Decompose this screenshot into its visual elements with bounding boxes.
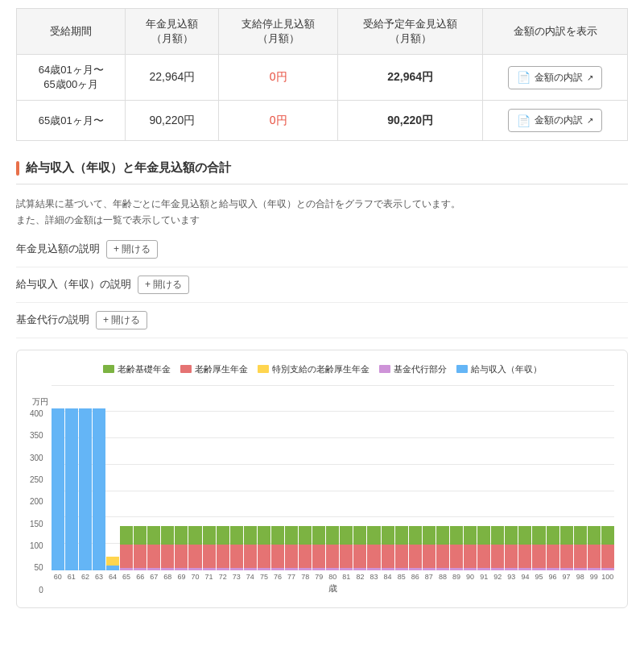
bar-segment-kiso: [134, 526, 147, 545]
bar-segment-kiso: [230, 526, 243, 545]
bar-segment-kikin: [395, 568, 408, 570]
bar-segment-kyuyo: [79, 408, 92, 570]
x-label: 90: [464, 573, 477, 581]
bar-segment-kiso: [588, 526, 601, 545]
chart-container: 老齢基礎年金 老齢厚生年金 特別支給の老齢厚生年金 基金代行部分 給与収入（年収…: [16, 350, 628, 608]
cell-period: 64歳01ヶ月〜65歳00ヶ月: [17, 55, 126, 101]
title-bar: [16, 161, 19, 176]
bar-segment-kosei: [217, 545, 229, 568]
stacked-bar-62: [79, 408, 92, 570]
legend-item-3: 基金代行部分: [379, 363, 447, 375]
doc-icon: 📄: [517, 71, 530, 84]
bar-group-92: [491, 385, 504, 570]
bar-segment-kosei: [505, 545, 518, 568]
bar-group-97: [560, 385, 573, 570]
bar-group-83: [367, 385, 380, 570]
y-label: 0: [39, 586, 43, 595]
bar-segment-kiso: [258, 526, 270, 545]
bar-segment-kosei: [188, 545, 201, 568]
x-label: 64: [106, 573, 119, 581]
bar-segment-kikin: [477, 568, 490, 570]
stacked-bar-83: [367, 526, 380, 570]
bar-group-81: [340, 385, 353, 570]
bar-segment-kosei: [560, 545, 573, 568]
bar-group-77: [285, 385, 298, 570]
x-label: 96: [547, 573, 559, 581]
x-label: 97: [560, 573, 573, 581]
stacked-bar-76: [271, 526, 284, 570]
bar-segment-kikin: [382, 568, 394, 570]
y-label: 250: [30, 475, 43, 484]
bar-segment-kiso: [367, 526, 380, 545]
expand-btn-0[interactable]: + 開ける: [106, 240, 158, 259]
x-label: 81: [340, 573, 353, 581]
bar-group-60: [52, 385, 64, 570]
legend-color-0: [103, 365, 114, 373]
bar-segment-kikin: [450, 568, 463, 570]
bar-segment-kosei: [367, 545, 380, 568]
legend-label-4: 給与収入（年収）: [471, 363, 542, 375]
bar-segment-kyuyo: [93, 408, 105, 570]
cell-total: 90,220円: [338, 101, 483, 141]
bar-segment-kiso: [299, 526, 312, 545]
bar-segment-kosei: [353, 545, 366, 568]
legend-item-4: 給与収入（年収）: [456, 363, 542, 375]
cell-total: 22,964円: [338, 55, 483, 101]
bar-segment-kikin: [258, 568, 270, 570]
x-label: 88: [436, 573, 449, 581]
bar-segment-kikin: [203, 568, 216, 570]
chart-area: 万円 400350300250200150100500 606162636465…: [30, 385, 614, 595]
table-row: 65歳01ヶ月〜 90,220円 0円 90,220円 📄 金額の内訳 ↗: [17, 101, 628, 141]
desc1: 試算結果に基づいて、年齢ごとに年金見込額と給与収入（年収）との合計をグラフで表示…: [16, 198, 460, 209]
bar-segment-kikin: [423, 568, 436, 570]
detail-button-1[interactable]: 📄 金額の内訳 ↗: [508, 109, 602, 132]
bar-group-99: [588, 385, 601, 570]
x-label: 63: [93, 573, 105, 581]
bar-group-100: [601, 385, 614, 570]
x-label: 99: [588, 573, 601, 581]
bar-segment-kikin: [175, 568, 188, 570]
stacked-bar-87: [423, 526, 436, 570]
bar-segment-kiso: [244, 526, 257, 545]
bar-segment-kikin: [505, 568, 518, 570]
expand-btn-2[interactable]: + 開ける: [96, 311, 147, 329]
bar-segment-kosei: [134, 545, 147, 568]
x-label: 83: [367, 573, 380, 581]
bar-segment-kiso: [120, 526, 133, 545]
bar-segment-kosei: [340, 545, 353, 568]
bar-group-82: [353, 385, 366, 570]
bar-segment-kikin: [547, 568, 559, 570]
detail-label: 金額の内訳: [535, 114, 583, 127]
bar-segment-kikin: [285, 568, 298, 570]
bar-segment-kikin: [560, 568, 573, 570]
cell-amount: 90,220円: [126, 101, 219, 141]
expand-label-0: 年金見込額の説明: [16, 242, 100, 256]
x-label: 78: [299, 573, 312, 581]
stacked-bar-66: [134, 526, 147, 570]
bar-segment-kosei: [147, 545, 160, 568]
bar-group-90: [464, 385, 477, 570]
legend-color-3: [379, 365, 390, 373]
section-title-text: 給与収入（年収）と年金見込額の合計: [26, 160, 231, 176]
stacked-bar-81: [340, 526, 353, 570]
stacked-bar-80: [326, 526, 339, 570]
x-label: 77: [285, 573, 298, 581]
doc-icon: 📄: [517, 114, 530, 127]
bar-segment-kikin: [367, 568, 380, 570]
detail-button-0[interactable]: 📄 金額の内訳 ↗: [508, 66, 602, 89]
cell-amount: 22,964円: [126, 55, 219, 101]
bar-group-84: [382, 385, 394, 570]
x-label: 65: [120, 573, 133, 581]
legend-label-3: 基金代行部分: [394, 363, 447, 375]
bar-segment-kikin: [299, 568, 312, 570]
bar-segment-kosei: [464, 545, 477, 568]
bar-segment-kikin: [574, 568, 587, 570]
bar-segment-kiso: [271, 526, 284, 545]
bar-group-64: [106, 385, 119, 570]
x-label: 73: [230, 573, 243, 581]
description-text: 試算結果に基づいて、年齢ごとに年金見込額と給与収入（年収）との合計をグラフで表示…: [16, 196, 628, 229]
bar-segment-kikin: [120, 568, 133, 570]
bar-segment-kosei: [423, 545, 436, 568]
legend-label-2: 特別支給の老齢厚生年金: [272, 363, 369, 375]
expand-btn-1[interactable]: + 開ける: [138, 276, 189, 294]
